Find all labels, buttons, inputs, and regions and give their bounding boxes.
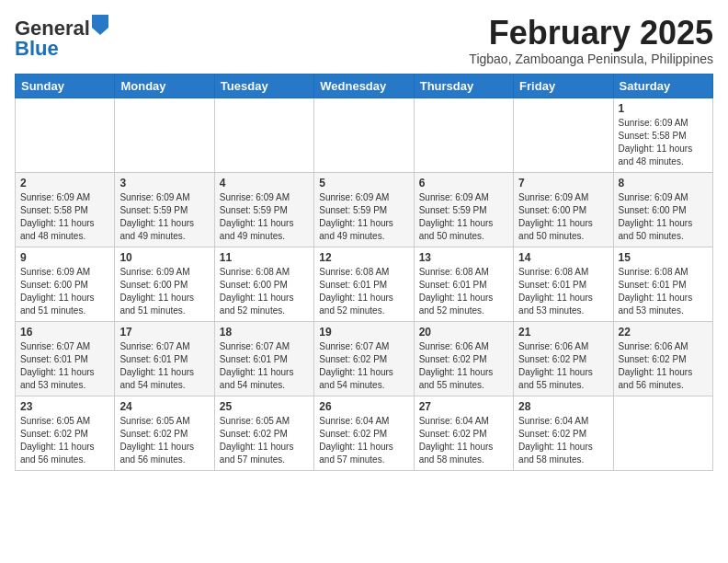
day-info: Sunrise: 6:08 AM Sunset: 6:01 PM Dayligh…: [319, 266, 408, 317]
day-number: 5: [319, 177, 408, 190]
location-title: Tigbao, Zamboanga Peninsula, Philippines: [469, 52, 713, 66]
logo-icon: [92, 15, 108, 35]
day-number: 4: [220, 177, 309, 190]
day-info: Sunrise: 6:06 AM Sunset: 6:02 PM Dayligh…: [619, 340, 708, 392]
weekday-header-monday: Monday: [115, 74, 214, 98]
weekday-header-wednesday: Wednesday: [314, 74, 414, 98]
calendar-cell: 12Sunrise: 6:08 AM Sunset: 6:01 PM Dayli…: [314, 247, 414, 321]
calendar-cell: 20Sunrise: 6:06 AM Sunset: 6:02 PM Dayli…: [414, 321, 513, 396]
day-info: Sunrise: 6:08 AM Sunset: 6:01 PM Dayligh…: [419, 266, 508, 317]
calendar-cell: 6Sunrise: 6:09 AM Sunset: 5:59 PM Daylig…: [414, 172, 513, 247]
day-number: 13: [419, 251, 508, 264]
day-number: 3: [119, 177, 209, 190]
day-info: Sunrise: 6:08 AM Sunset: 6:01 PM Dayligh…: [518, 266, 608, 317]
day-info: Sunrise: 6:06 AM Sunset: 6:02 PM Dayligh…: [518, 340, 608, 392]
day-info: Sunrise: 6:09 AM Sunset: 6:00 PM Dayligh…: [20, 266, 109, 317]
calendar-cell: 18Sunrise: 6:07 AM Sunset: 6:01 PM Dayli…: [214, 321, 313, 396]
calendar-cell: 13Sunrise: 6:08 AM Sunset: 6:01 PM Dayli…: [414, 247, 513, 321]
calendar-cell: 16Sunrise: 6:07 AM Sunset: 6:01 PM Dayli…: [16, 321, 115, 396]
calendar-cell: [514, 98, 613, 172]
calendar-cell: 5Sunrise: 6:09 AM Sunset: 5:59 PM Daylig…: [314, 172, 414, 247]
calendar-cell: [214, 98, 313, 172]
day-number: 2: [20, 177, 109, 190]
week-row-3: 16Sunrise: 6:07 AM Sunset: 6:01 PM Dayli…: [16, 321, 713, 396]
calendar-cell: 14Sunrise: 6:08 AM Sunset: 6:01 PM Dayli…: [514, 247, 613, 321]
day-number: 12: [319, 251, 408, 264]
day-number: 21: [518, 326, 608, 339]
day-info: Sunrise: 6:07 AM Sunset: 6:01 PM Dayligh…: [220, 340, 309, 392]
calendar-cell: [16, 98, 115, 172]
calendar-cell: [115, 98, 214, 172]
day-info: Sunrise: 6:09 AM Sunset: 6:00 PM Dayligh…: [619, 191, 708, 243]
day-info: Sunrise: 6:09 AM Sunset: 5:58 PM Dayligh…: [619, 117, 708, 168]
calendar-cell: 24Sunrise: 6:05 AM Sunset: 6:02 PM Dayli…: [115, 396, 214, 470]
calendar-cell: 27Sunrise: 6:04 AM Sunset: 6:02 PM Dayli…: [414, 396, 513, 470]
day-info: Sunrise: 6:07 AM Sunset: 6:02 PM Dayligh…: [319, 340, 408, 392]
calendar-cell: 11Sunrise: 6:08 AM Sunset: 6:00 PM Dayli…: [214, 247, 313, 321]
day-number: 1: [619, 102, 708, 115]
logo-blue-text: Blue: [15, 37, 59, 60]
day-number: 15: [619, 251, 708, 264]
day-number: 19: [319, 326, 408, 339]
day-number: 7: [518, 177, 608, 190]
page-header: General Blue February 2025 Tigbao, Zambo…: [15, 15, 713, 66]
day-number: 14: [518, 251, 608, 264]
calendar-table: SundayMondayTuesdayWednesdayThursdayFrid…: [15, 74, 713, 471]
calendar-cell: 4Sunrise: 6:09 AM Sunset: 5:59 PM Daylig…: [214, 172, 313, 247]
day-info: Sunrise: 6:07 AM Sunset: 6:01 PM Dayligh…: [119, 340, 209, 392]
day-info: Sunrise: 6:09 AM Sunset: 5:59 PM Dayligh…: [319, 191, 408, 243]
calendar-cell: 10Sunrise: 6:09 AM Sunset: 6:00 PM Dayli…: [115, 247, 214, 321]
day-info: Sunrise: 6:04 AM Sunset: 6:02 PM Dayligh…: [319, 415, 408, 466]
day-number: 18: [220, 326, 309, 339]
day-number: 25: [220, 400, 309, 413]
weekday-header-thursday: Thursday: [414, 74, 513, 98]
day-info: Sunrise: 6:08 AM Sunset: 6:00 PM Dayligh…: [220, 266, 309, 317]
week-row-4: 23Sunrise: 6:05 AM Sunset: 6:02 PM Dayli…: [16, 396, 713, 470]
day-info: Sunrise: 6:05 AM Sunset: 6:02 PM Dayligh…: [220, 415, 309, 466]
calendar-cell: 26Sunrise: 6:04 AM Sunset: 6:02 PM Dayli…: [314, 396, 414, 470]
day-number: 6: [419, 177, 508, 190]
day-number: 27: [419, 400, 508, 413]
calendar-cell: [314, 98, 414, 172]
calendar-cell: 1Sunrise: 6:09 AM Sunset: 5:58 PM Daylig…: [613, 98, 712, 172]
calendar-cell: 15Sunrise: 6:08 AM Sunset: 6:01 PM Dayli…: [613, 247, 712, 321]
week-row-2: 9Sunrise: 6:09 AM Sunset: 6:00 PM Daylig…: [16, 247, 713, 321]
day-info: Sunrise: 6:05 AM Sunset: 6:02 PM Dayligh…: [119, 415, 209, 466]
day-number: 22: [619, 326, 708, 339]
month-title: February 2025: [469, 15, 713, 52]
day-info: Sunrise: 6:04 AM Sunset: 6:02 PM Dayligh…: [419, 415, 508, 466]
week-row-1: 2Sunrise: 6:09 AM Sunset: 5:58 PM Daylig…: [16, 172, 713, 247]
calendar-cell: 8Sunrise: 6:09 AM Sunset: 6:00 PM Daylig…: [613, 172, 712, 247]
weekday-header-row: SundayMondayTuesdayWednesdayThursdayFrid…: [16, 74, 713, 98]
day-info: Sunrise: 6:04 AM Sunset: 6:02 PM Dayligh…: [518, 415, 608, 466]
calendar-cell: 7Sunrise: 6:09 AM Sunset: 6:00 PM Daylig…: [514, 172, 613, 247]
weekday-header-friday: Friday: [514, 74, 613, 98]
day-info: Sunrise: 6:09 AM Sunset: 5:59 PM Dayligh…: [419, 191, 508, 243]
week-row-0: 1Sunrise: 6:09 AM Sunset: 5:58 PM Daylig…: [16, 98, 713, 172]
day-info: Sunrise: 6:09 AM Sunset: 6:00 PM Dayligh…: [518, 191, 608, 243]
day-number: 16: [20, 326, 109, 339]
day-number: 24: [119, 400, 209, 413]
calendar-cell: [613, 396, 712, 470]
day-number: 20: [419, 326, 508, 339]
day-info: Sunrise: 6:08 AM Sunset: 6:01 PM Dayligh…: [619, 266, 708, 317]
day-number: 17: [119, 326, 209, 339]
calendar-cell: 28Sunrise: 6:04 AM Sunset: 6:02 PM Dayli…: [514, 396, 613, 470]
day-info: Sunrise: 6:09 AM Sunset: 6:00 PM Dayligh…: [119, 266, 209, 317]
calendar-cell: 3Sunrise: 6:09 AM Sunset: 5:59 PM Daylig…: [115, 172, 214, 247]
day-number: 8: [619, 177, 708, 190]
day-info: Sunrise: 6:09 AM Sunset: 5:58 PM Dayligh…: [20, 191, 109, 243]
calendar-cell: 2Sunrise: 6:09 AM Sunset: 5:58 PM Daylig…: [16, 172, 115, 247]
day-info: Sunrise: 6:06 AM Sunset: 6:02 PM Dayligh…: [419, 340, 508, 392]
calendar-cell: 22Sunrise: 6:06 AM Sunset: 6:02 PM Dayli…: [613, 321, 712, 396]
day-number: 10: [119, 251, 209, 264]
calendar-cell: [414, 98, 513, 172]
day-number: 28: [518, 400, 608, 413]
day-info: Sunrise: 6:09 AM Sunset: 5:59 PM Dayligh…: [119, 191, 209, 243]
day-info: Sunrise: 6:07 AM Sunset: 6:01 PM Dayligh…: [20, 340, 109, 392]
calendar-cell: 19Sunrise: 6:07 AM Sunset: 6:02 PM Dayli…: [314, 321, 414, 396]
day-number: 9: [20, 251, 109, 264]
title-area: February 2025 Tigbao, Zamboanga Peninsul…: [469, 15, 713, 66]
day-info: Sunrise: 6:09 AM Sunset: 5:59 PM Dayligh…: [220, 191, 309, 243]
svg-marker-0: [92, 15, 108, 35]
